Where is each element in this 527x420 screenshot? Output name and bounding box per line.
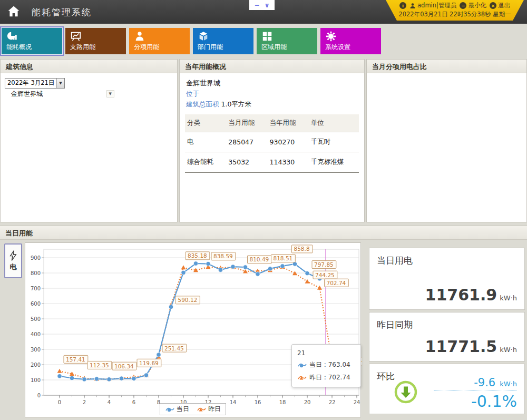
chevron-down-icon[interactable]: ▼	[106, 90, 114, 97]
ratio-delta-value: -9.6	[474, 376, 495, 389]
minimize-label: 最小化	[468, 2, 486, 9]
user-name: admin|管理员	[417, 2, 456, 9]
pie-chart-icon	[6, 31, 18, 42]
tooltip-row: 当日 : 763.04	[297, 360, 355, 369]
svg-text:16: 16	[255, 399, 261, 405]
nav-tile-label: 系统设置	[325, 43, 350, 52]
svg-text:157.41: 157.41	[66, 356, 85, 363]
chevron-down-icon[interactable]: ∨	[265, 2, 270, 8]
table-cell: 千瓦时	[309, 132, 359, 152]
table-cell: 千克标准煤	[309, 152, 359, 173]
ratio-card: 环比 -9.6kW·h -0.1%	[369, 364, 525, 414]
nav-tile-label: 分项用能	[134, 43, 159, 52]
table-row: 综合能耗35032114330千克标准煤	[185, 152, 359, 173]
window-controls: − ∨	[249, 0, 275, 10]
daily-chart[interactable]: 0100200300400500600700800900024681012141…	[25, 242, 361, 417]
stat-unit: kW·h	[500, 294, 517, 302]
green-down-arrow-icon	[394, 380, 418, 406]
daily-stats: 当日用电 11761.9kW·h 昨日同期 11771.5kW·h 环比 -9.…	[369, 248, 525, 416]
building-select[interactable]: 金辉世界城 ▼	[11, 90, 114, 99]
line-chart-canvas[interactable]: 0100200300400500600700800900024681012141…	[25, 243, 362, 418]
close-circle-icon: ×	[490, 2, 496, 9]
svg-text:2: 2	[83, 399, 86, 405]
svg-text:797.85: 797.85	[314, 261, 334, 268]
svg-text:600: 600	[31, 301, 41, 307]
table-header-cell: 单位	[309, 114, 359, 132]
panel-title: 当月分项用电占比	[367, 60, 526, 73]
nav-tile-system-settings[interactable]: 系统设置	[320, 28, 381, 54]
stat-title: 昨日同期	[377, 319, 517, 331]
today-series-icon	[297, 362, 307, 368]
user-badge: i admin|管理员 − 最小化 × 退出 2022年03月21日 22时35…	[386, 0, 524, 21]
svg-text:500: 500	[31, 316, 41, 322]
svg-text:800: 800	[31, 270, 41, 276]
panel-title: 当年用能概况	[180, 60, 364, 73]
svg-text:112.35: 112.35	[90, 362, 109, 368]
stat-value: 11771.5	[425, 337, 497, 356]
nav-tile-subitem-energy[interactable]: 分项用能	[129, 28, 190, 54]
logout-button[interactable]: × 退出	[490, 2, 510, 9]
yesterday-series-icon	[297, 374, 307, 381]
ratio-percent: -0.1%	[434, 392, 517, 411]
tooltip-row: 昨日 : 702.74	[297, 373, 355, 382]
chart-legend: 当日昨日	[160, 403, 226, 415]
svg-text:0: 0	[37, 393, 41, 398]
presentation-chart-icon	[70, 31, 82, 42]
svg-text:838.59: 838.59	[213, 253, 233, 259]
legend-item[interactable]: 当日	[165, 405, 189, 414]
minimize-icon[interactable]: −	[254, 2, 259, 8]
svg-text:0: 0	[58, 399, 61, 405]
table-cell: 285047	[226, 132, 267, 152]
nav-tile-label: 区域用能	[261, 43, 287, 52]
svg-text:200: 200	[31, 362, 41, 368]
table-row: 电285047930270千瓦时	[185, 132, 359, 152]
svg-text:400: 400	[31, 331, 41, 337]
legend-item[interactable]: 昨日	[197, 405, 221, 414]
legend-label: 昨日	[208, 405, 221, 414]
nav-tile-energy-overview[interactable]: 能耗概况	[2, 28, 62, 54]
stat-value: 11761.9	[425, 286, 497, 304]
user-icon	[409, 3, 416, 9]
nav-tile-area-energy[interactable]: 区域用能	[257, 28, 317, 54]
svg-text:14: 14	[230, 399, 237, 405]
table-header-row: 分类当月用能当年用能单位	[185, 114, 359, 132]
app-title: 能耗管理系统	[32, 6, 92, 18]
electricity-tab[interactable]: 电	[4, 243, 22, 278]
chevron-down-icon[interactable]: ▼	[56, 79, 64, 88]
nav-tile-label: 能耗概况	[6, 43, 32, 52]
user-menu[interactable]: admin|管理员	[409, 2, 456, 9]
main-nav: 能耗概况 支路用能 分项用能 部门用能 区域用能	[2, 28, 381, 54]
info-icon[interactable]: i	[399, 2, 406, 9]
today-series-icon	[165, 406, 174, 413]
svg-text:106.34: 106.34	[114, 363, 134, 369]
table-header-cell: 当年用能	[268, 114, 309, 132]
tooltip-row-text: 当日 : 763.04	[309, 360, 350, 369]
table-cell: 综合能耗	[185, 152, 226, 173]
svg-text:300: 300	[31, 347, 41, 353]
datetime-text: 2022年03月21日 22时35分38秒 星期一	[386, 11, 524, 18]
svg-text:818.51: 818.51	[274, 255, 293, 261]
cube-icon	[198, 31, 209, 42]
daily-energy-title: 当日用能	[0, 226, 527, 240]
svg-text:24: 24	[354, 399, 360, 405]
today-usage-card: 当日用电 11761.9kW·h	[369, 248, 525, 310]
svg-text:4: 4	[108, 399, 111, 405]
yesterday-usage-card: 昨日同期 11771.5kW·h	[369, 312, 525, 362]
date-select[interactable]: 2022年 3月21日 ▼	[5, 78, 65, 89]
nav-tile-department-energy[interactable]: 部门用能	[193, 28, 253, 54]
svg-text:22: 22	[329, 399, 336, 405]
area-link[interactable]: 建筑总面积	[186, 100, 219, 108]
building-info-panel: 建筑信息 2022年 3月21日 ▼ 金辉世界城 ▼	[0, 59, 178, 222]
nav-tile-branch-energy[interactable]: 支路用能	[65, 28, 126, 54]
monthly-share-empty-body	[367, 73, 526, 222]
stat-title: 当日用电	[377, 255, 517, 267]
tooltip-row-text: 昨日 : 702.74	[309, 373, 350, 382]
table-cell: 电	[185, 132, 226, 152]
area-line: 建筑总面积 1.0平方米	[185, 99, 359, 109]
minimize-button[interactable]: − 最小化	[460, 2, 486, 9]
table-cell: 114330	[268, 152, 309, 173]
energy-table: 分类当月用能当年用能单位 电285047930270千瓦时综合能耗3503211…	[185, 114, 359, 173]
home-icon[interactable]	[6, 4, 21, 21]
svg-text:20: 20	[304, 399, 311, 405]
located-link[interactable]: 位于	[185, 88, 200, 99]
